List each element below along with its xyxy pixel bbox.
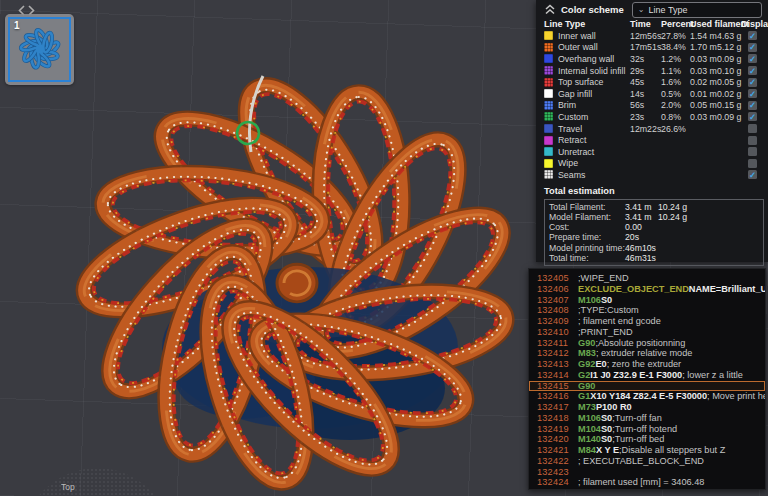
gcode-line[interactable]: 132409; filament end gcode <box>529 316 765 327</box>
line-type-color-swatch <box>544 66 553 75</box>
line-type-used-g: 0.02 g <box>717 89 741 99</box>
legend-row: Retract✓ <box>536 134 768 146</box>
collapse-panel-icon[interactable] <box>544 4 556 15</box>
gcode-line[interactable]: 132411G90 ;Absolute positionning <box>529 338 765 349</box>
gcode-token: M84 <box>578 445 596 456</box>
gcode-token: M83 <box>578 348 596 359</box>
line-type-color-swatch <box>544 101 553 110</box>
display-checkbox[interactable]: ✓ <box>748 124 757 133</box>
line-type-time: 17m51s <box>630 42 661 52</box>
gcode-token: M73 <box>578 402 596 413</box>
gcode-token: ;Turn-off bed <box>612 434 664 445</box>
color-scheme-title: Color scheme <box>561 4 624 15</box>
gcode-token: ; EXECUTABLE_BLOCK_END <box>578 456 704 467</box>
gcode-token: S0 <box>601 424 612 435</box>
line-type-color-swatch <box>544 147 553 156</box>
display-checkbox[interactable]: ✓ <box>748 147 757 156</box>
display-checkbox[interactable]: ✓ <box>748 66 757 75</box>
gcode-token: EXCLUDE_OBJECT_END <box>578 284 689 295</box>
gcode-token: ;PRINT_END <box>578 327 633 338</box>
gcode-line[interactable]: 132424; filament used [mm] = 3406.48 <box>529 477 765 488</box>
line-type-color-swatch <box>544 170 553 179</box>
gcode-line[interactable]: 132413G92 E0 ; zero the extruder <box>529 359 765 370</box>
gcode-line[interactable]: 132406EXCLUDE_OBJECT_END NAME=Brilliant_… <box>529 284 765 295</box>
display-checkbox[interactable]: ✓ <box>748 159 757 168</box>
line-type-color-swatch <box>544 112 553 121</box>
legend-row: Travel12m22s26.6%✓ <box>536 123 768 135</box>
gcode-line-number: 132412 <box>537 348 570 359</box>
gcode-line[interactable]: 132423 <box>529 467 765 478</box>
display-checkbox[interactable]: ✓ <box>748 89 757 98</box>
gcode-line-current[interactable]: 132415G90 <box>529 381 765 392</box>
gcode-line[interactable]: 132407M106 S0 <box>529 295 765 306</box>
gcode-line-number: 132408 <box>537 305 570 316</box>
display-checkbox[interactable]: ✓ <box>748 31 757 40</box>
gcode-line[interactable]: 132405;WIPE_END <box>529 273 765 284</box>
line-type-label: Travel <box>558 124 630 134</box>
display-checkbox[interactable]: ✓ <box>748 170 757 179</box>
legend-row: Wipe✓ <box>536 158 768 170</box>
display-checkbox[interactable]: ✓ <box>748 112 757 121</box>
gcode-line[interactable]: 132420M140 S0 ;Turn-off bed <box>529 434 765 445</box>
line-type-used-m: 0.05 m <box>690 100 717 110</box>
gcode-line[interactable]: 132421M84 X Y E ;Disable all steppers bu… <box>529 445 765 456</box>
gcode-line-number: 132407 <box>537 295 570 306</box>
gcode-line[interactable]: 132412M83 ; extruder relative mode <box>529 348 765 359</box>
gcode-token: S0 <box>601 295 612 306</box>
line-type-time: 12m56s <box>630 31 661 41</box>
gcode-token: ;Turn-off fan <box>612 413 662 424</box>
col-display: Display <box>741 19 768 29</box>
gcode-line[interactable]: 132419M104 S0 ;Turn-off hotend <box>529 424 765 435</box>
total-estimation-title: Total estimation <box>536 181 768 199</box>
line-type-percent: 0.8% <box>661 112 690 122</box>
gcode-token: ; filament used [mm] = 3406.48 <box>578 477 704 488</box>
line-type-label: Seams <box>558 170 630 180</box>
gcode-line[interactable]: 132422; EXECUTABLE_BLOCK_END <box>529 456 765 467</box>
gcode-token: E0 <box>595 359 606 370</box>
display-checkbox[interactable]: ✓ <box>748 136 757 145</box>
display-checkbox[interactable]: ✓ <box>748 78 757 87</box>
gcode-line[interactable]: 132410;PRINT_END <box>529 327 765 338</box>
total-row-value-1: 3.41 m <box>625 202 658 212</box>
line-type-used-g: 5.12 g <box>717 42 741 52</box>
legend-table-header: Line Type Time Percent Used filament Dis… <box>536 17 768 30</box>
line-type-used-m: 0.03 m <box>690 54 717 64</box>
line-type-used-m: 0.03 m <box>690 112 717 122</box>
plate-thumbnail[interactable]: 1 <box>5 14 74 85</box>
line-type-percent: 1.2% <box>661 54 690 64</box>
gcode-line-number: 132423 <box>537 467 570 478</box>
gcode-token: I1 J0 Z32.9 E-1 F3000 <box>590 370 682 381</box>
gcode-line[interactable]: 132418M106 S0 ;Turn-off fan <box>529 413 765 424</box>
gcode-line[interactable]: 132416G1 X10 Y184 Z82.4 E-5 F30000 ; Mov… <box>529 391 765 402</box>
legend-row: Inner wall12m56s27.8%1.54 m4.63 g✓ <box>536 30 768 42</box>
color-scheme-dropdown[interactable]: ⌄ Line Type <box>632 2 762 18</box>
total-estimation-row: Total Filament:3.41 m10.24 g <box>549 202 763 212</box>
gcode-token: ;WIPE_END <box>578 273 629 284</box>
gcode-line-number: 132419 <box>537 424 570 435</box>
line-type-percent: 27.8% <box>661 31 690 41</box>
total-row-label: Total Filament: <box>549 202 625 212</box>
gcode-token: S0 <box>601 413 612 424</box>
display-checkbox[interactable]: ✓ <box>748 54 757 63</box>
total-row-value-1: 20s <box>625 232 658 242</box>
display-checkbox[interactable]: ✓ <box>748 43 757 52</box>
total-row-value-2: 10.24 g <box>658 202 763 212</box>
line-type-color-swatch <box>544 78 553 87</box>
gcode-token: ; zero the extruder <box>607 359 682 370</box>
line-type-percent: 26.6% <box>661 124 690 134</box>
legend-row: Brim56s2.0%0.05 m0.15 g✓ <box>536 100 768 112</box>
gcode-viewer-panel[interactable]: 132405;WIPE_END132406EXCLUDE_OBJECT_END … <box>528 268 766 490</box>
gcode-line-number: 132421 <box>537 445 570 456</box>
line-type-label: Inner wall <box>558 31 630 41</box>
legend-row: Internal solid infill29s1.1%0.03 m0.10 g… <box>536 65 768 77</box>
gcode-line[interactable]: 132408;TYPE:Custom <box>529 305 765 316</box>
line-type-used-g: 0.09 g <box>717 54 741 64</box>
gcode-token: M140 <box>578 434 601 445</box>
line-type-percent: 1.6% <box>661 77 690 87</box>
gcode-line[interactable]: 132414G2 I1 J0 Z32.9 E-1 F3000 ; lower z… <box>529 370 765 381</box>
total-estimation-row: Total time:46m31s <box>549 253 763 263</box>
line-type-color-swatch <box>544 159 553 168</box>
navball-top-label: Top <box>61 482 75 492</box>
display-checkbox[interactable]: ✓ <box>748 101 757 110</box>
gcode-line[interactable]: 132417M73 P100 R0 <box>529 402 765 413</box>
